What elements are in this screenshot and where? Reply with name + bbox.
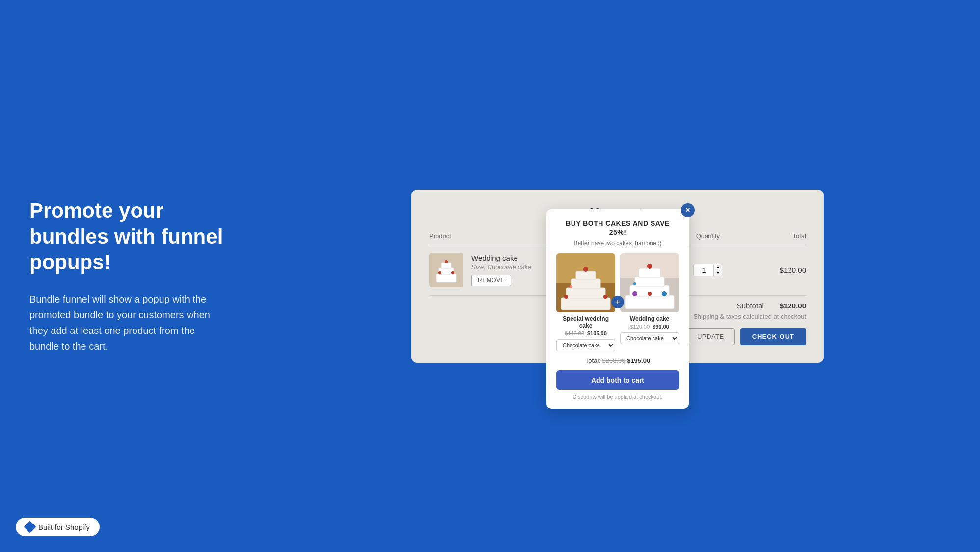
quantity-wrapper[interactable]: ▲ ▼: [693, 264, 722, 276]
popup-product-2: ✓: [620, 253, 679, 351]
product1-prices: $140.00 $105.00: [565, 331, 607, 336]
subtotal-amount: $120.00: [780, 302, 806, 310]
product-pair: Special wedding cake $140.00 $105.00 Cho…: [556, 253, 679, 351]
product2-new-price: $90.00: [653, 324, 669, 330]
svg-point-16: [570, 285, 572, 288]
bundle-popup: × BUY BOTH CAKES AND SAVE 25%! Better ha…: [546, 209, 689, 409]
popup-subtext: Better have two cakes than one :): [556, 240, 679, 247]
product-thumbnail: [429, 253, 463, 287]
shopify-badge: Built for Shopify: [16, 518, 100, 536]
svg-point-23: [647, 264, 652, 269]
product2-name: Wedding cake: [630, 315, 669, 322]
total-old-price: $260.00: [602, 357, 626, 364]
svg-point-14: [564, 295, 568, 299]
svg-rect-11: [571, 279, 600, 289]
update-button[interactable]: UPDATE: [687, 328, 735, 345]
svg-point-15: [603, 295, 607, 299]
svg-rect-22: [639, 268, 660, 278]
product-info: Wedding cake Size: Chocolate cake REMOVE: [471, 254, 531, 286]
product2-old-price: $120.00: [630, 324, 650, 330]
col-total: Total: [742, 232, 806, 245]
svg-point-27: [633, 282, 636, 285]
right-panel: Your cart Product Quantity Total: [255, 0, 980, 552]
total-new-price: $195.00: [627, 357, 650, 364]
plus-badge: +: [611, 296, 624, 308]
product-variant: Size: Chocolate cake: [471, 263, 531, 271]
remove-button[interactable]: REMOVE: [471, 275, 511, 286]
total-label: Total:: [585, 357, 600, 364]
svg-point-13: [583, 267, 588, 272]
qty-up-button[interactable]: ▲: [714, 264, 722, 270]
popup-total: Total: $260.00 $195.00: [556, 357, 679, 364]
product1-name: Special wedding cake: [556, 315, 615, 329]
diamond-icon: [24, 521, 36, 533]
product1-old-price: $140.00: [565, 331, 584, 336]
quantity-arrows: ▲ ▼: [713, 264, 722, 276]
shopify-badge-label: Built for Shopify: [38, 523, 90, 531]
left-panel: Promote your bundles with funnel popups!…: [0, 0, 255, 552]
popup-close-button[interactable]: ×: [681, 203, 695, 217]
svg-point-25: [662, 291, 667, 296]
svg-point-5: [438, 271, 441, 274]
qty-down-button[interactable]: ▼: [714, 270, 722, 276]
hero-heading: Promote your bundles with funnel popups!: [29, 198, 226, 276]
subtotal-label: Subtotal: [737, 302, 764, 310]
product2-variant-select[interactable]: Chocolate cake: [620, 332, 679, 344]
price-cell: $120.00: [742, 245, 806, 295]
line-total: $120.00: [780, 266, 806, 274]
svg-rect-12: [576, 271, 596, 280]
svg-point-6: [451, 271, 454, 274]
popup-disclaimer: Discounts will be applied at checkout.: [556, 394, 679, 400]
checkout-button[interactable]: CHECK OUT: [740, 328, 806, 345]
product1-new-price: $105.00: [587, 331, 607, 336]
svg-rect-19: [625, 295, 674, 309]
product2-image: [620, 253, 679, 312]
svg-point-24: [632, 291, 637, 296]
product1-variant-select[interactable]: Chocolate cake: [556, 339, 615, 351]
svg-rect-3: [441, 263, 451, 269]
svg-point-26: [648, 292, 652, 296]
product-name: Wedding cake: [471, 254, 531, 262]
svg-point-4: [445, 260, 448, 263]
svg-rect-1: [436, 274, 456, 282]
svg-rect-9: [561, 298, 610, 310]
popup-product-1: Special wedding cake $140.00 $105.00 Cho…: [556, 253, 615, 351]
hero-description: Bundle funnel will show a popup with the…: [29, 291, 226, 354]
product2-prices: $120.00 $90.00: [630, 324, 669, 330]
product1-image: [556, 253, 615, 312]
quantity-input[interactable]: [694, 264, 713, 276]
popup-heading: BUY BOTH CAKES AND SAVE 25%!: [556, 219, 679, 237]
cart-container: Your cart Product Quantity Total: [411, 190, 824, 363]
add-both-button[interactable]: Add both to cart: [556, 370, 679, 390]
svg-rect-21: [635, 277, 664, 287]
svg-rect-10: [566, 288, 605, 299]
